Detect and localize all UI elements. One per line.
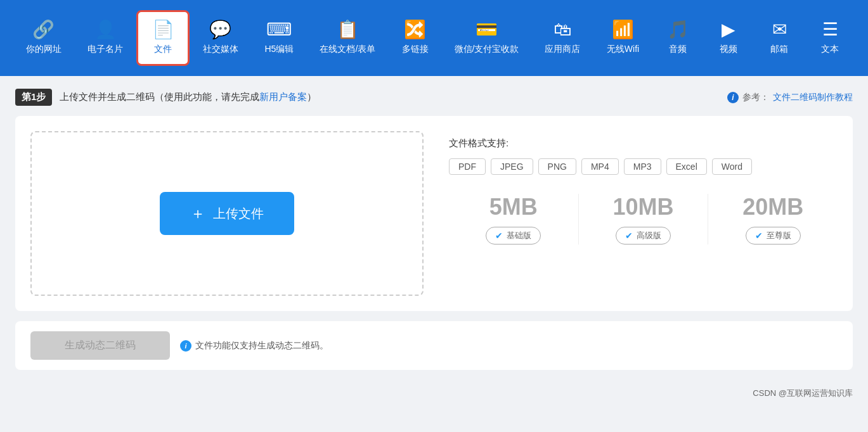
nav-icon-video: ▶ bbox=[722, 21, 735, 39]
size-tier-高级版: 10MB✔高级版 bbox=[578, 194, 708, 245]
nav-item-file[interactable]: 📄文件 bbox=[136, 10, 190, 66]
bottom-info-icon: i bbox=[180, 340, 191, 352]
nav-item-ecard[interactable]: 👤电子名片 bbox=[75, 12, 137, 64]
tier-check-icon: ✔ bbox=[755, 231, 763, 241]
nav-label-file: 文件 bbox=[154, 44, 172, 55]
bottom-bar: 生成动态二维码 i 文件功能仅支持生成动态二维码。 bbox=[15, 321, 853, 370]
hint-label: 参考： bbox=[742, 92, 769, 103]
nav-item-onlinedoc[interactable]: 📋在线文档/表单 bbox=[307, 12, 388, 64]
upload-card: ＋ 上传文件 文件格式支持: PDFJPEGPNGMP4MP3ExcelWord… bbox=[15, 116, 853, 311]
nav-label-audio: 音频 bbox=[669, 44, 687, 55]
step-title-before: 上传文件并生成二维码（使用此功能，请先完成 bbox=[60, 91, 259, 102]
nav-label-email: 邮箱 bbox=[770, 44, 788, 55]
bottom-hint-text: 文件功能仅支持生成动态二维码。 bbox=[195, 340, 328, 352]
format-tag-word: Word bbox=[712, 158, 752, 175]
tier-badge-基础版: ✔基础版 bbox=[486, 227, 541, 245]
step-header: 第1步 上传文件并生成二维码（使用此功能，请先完成新用户备案） i 参考： 文件… bbox=[15, 89, 853, 106]
format-tag-mp3: MP3 bbox=[624, 158, 661, 175]
nav-label-ecard: 电子名片 bbox=[87, 44, 123, 55]
nav-item-email[interactable]: ✉邮箱 bbox=[754, 12, 805, 64]
tier-size-至尊版: 20MB bbox=[742, 194, 803, 220]
nav-label-text: 文本 bbox=[821, 44, 839, 55]
nav-icon-email: ✉ bbox=[772, 21, 787, 39]
nav-icon-audio: 🎵 bbox=[667, 21, 689, 39]
step-title-after: ） bbox=[307, 91, 316, 102]
nav-item-wechatpay[interactable]: 💳微信/支付宝收款 bbox=[442, 12, 532, 64]
info-icon: i bbox=[727, 92, 739, 103]
nav-label-video: 视频 bbox=[720, 44, 737, 55]
file-info: 文件格式支持: PDFJPEGPNGMP4MP3ExcelWord 5MB✔基础… bbox=[449, 131, 838, 245]
new-user-link[interactable]: 新用户备案 bbox=[259, 91, 307, 102]
nav-icon-text: ☰ bbox=[822, 21, 838, 39]
nav-icon-website: 🔗 bbox=[32, 21, 55, 39]
nav-icon-h5edit: ⌨ bbox=[266, 21, 292, 39]
plus-icon: ＋ bbox=[190, 203, 205, 224]
nav-item-multilink[interactable]: 🔀多链接 bbox=[389, 12, 442, 64]
nav-label-onlinedoc: 在线文档/表单 bbox=[320, 44, 375, 55]
nav-item-audio[interactable]: 🎵音频 bbox=[652, 12, 703, 64]
tier-size-基础版: 5MB bbox=[489, 194, 538, 220]
top-navigation: 🔗你的网址👤电子名片📄文件💬社交媒体⌨H5编辑📋在线文档/表单🔀多链接💳微信/支… bbox=[0, 0, 868, 76]
nav-icon-wifi: 📶 bbox=[612, 21, 634, 39]
nav-icon-ecard: 👤 bbox=[94, 21, 117, 39]
step-hint: i 参考： 文件二维码制作教程 bbox=[727, 92, 853, 103]
nav-item-text[interactable]: ☰文本 bbox=[805, 12, 855, 64]
watermark: CSDN @互联网运营知识库 bbox=[0, 383, 868, 404]
tutorial-link[interactable]: 文件二维码制作教程 bbox=[773, 92, 853, 103]
upload-dropzone[interactable]: ＋ 上传文件 bbox=[30, 131, 424, 296]
nav-icon-social: 💬 bbox=[209, 21, 231, 39]
nav-label-h5edit: H5编辑 bbox=[264, 44, 294, 55]
bottom-hint: i 文件功能仅支持生成动态二维码。 bbox=[180, 340, 328, 352]
nav-item-h5edit[interactable]: ⌨H5编辑 bbox=[251, 12, 307, 64]
upload-area-container: ＋ 上传文件 文件格式支持: PDFJPEGPNGMP4MP3ExcelWord… bbox=[30, 131, 838, 296]
nav-label-website: 你的网址 bbox=[26, 44, 62, 55]
nav-item-wifi[interactable]: 📶无线Wifi bbox=[593, 12, 652, 64]
format-tags: PDFJPEGPNGMP4MP3ExcelWord bbox=[449, 158, 838, 175]
nav-icon-multilink: 🔀 bbox=[404, 21, 426, 39]
nav-label-appstore: 应用商店 bbox=[545, 44, 580, 55]
nav-label-social: 社交媒体 bbox=[203, 44, 238, 55]
format-label: 文件格式支持: bbox=[449, 137, 838, 149]
tier-check-icon: ✔ bbox=[495, 231, 503, 241]
size-tiers: 5MB✔基础版10MB✔高级版20MB✔至尊版 bbox=[449, 194, 838, 245]
step-badge: 第1步 bbox=[15, 89, 52, 106]
nav-item-video[interactable]: ▶视频 bbox=[703, 12, 754, 64]
size-tier-至尊版: 20MB✔至尊版 bbox=[708, 194, 838, 245]
nav-icon-file: 📄 bbox=[152, 21, 174, 39]
tier-check-icon: ✔ bbox=[625, 231, 633, 241]
nav-icon-wechatpay: 💳 bbox=[476, 21, 498, 39]
tier-badge-至尊版: ✔至尊版 bbox=[746, 227, 801, 245]
main-content: 第1步 上传文件并生成二维码（使用此功能，请先完成新用户备案） i 参考： 文件… bbox=[0, 76, 868, 383]
nav-label-multilink: 多链接 bbox=[402, 44, 429, 55]
format-tag-pdf: PDF bbox=[449, 158, 486, 175]
nav-label-wechatpay: 微信/支付宝收款 bbox=[455, 44, 519, 55]
generate-qr-button[interactable]: 生成动态二维码 bbox=[30, 331, 170, 360]
nav-item-social[interactable]: 💬社交媒体 bbox=[190, 12, 252, 64]
format-tag-png: PNG bbox=[538, 158, 576, 175]
format-tag-excel: Excel bbox=[666, 158, 707, 175]
upload-btn-label: 上传文件 bbox=[213, 205, 264, 222]
step-title: 上传文件并生成二维码（使用此功能，请先完成新用户备案） bbox=[60, 91, 316, 103]
format-tag-jpeg: JPEG bbox=[491, 158, 533, 175]
nav-item-appstore[interactable]: 🛍应用商店 bbox=[531, 12, 593, 64]
nav-icon-appstore: 🛍 bbox=[554, 21, 571, 39]
nav-icon-onlinedoc: 📋 bbox=[337, 21, 359, 39]
upload-file-button[interactable]: ＋ 上传文件 bbox=[160, 192, 294, 235]
tier-size-高级版: 10MB bbox=[612, 194, 673, 220]
format-tag-mp4: MP4 bbox=[581, 158, 619, 175]
nav-label-wifi: 无线Wifi bbox=[607, 44, 639, 55]
size-tier-基础版: 5MB✔基础版 bbox=[449, 194, 578, 245]
tier-badge-高级版: ✔高级版 bbox=[616, 227, 671, 245]
nav-item-website[interactable]: 🔗你的网址 bbox=[13, 12, 75, 64]
